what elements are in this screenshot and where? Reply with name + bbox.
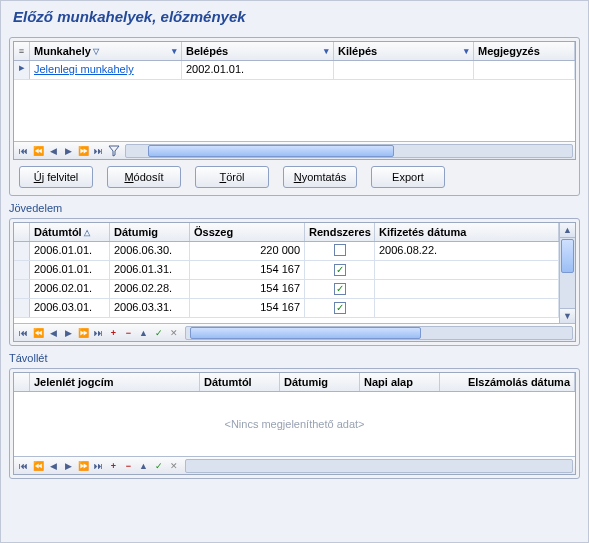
remove-icon[interactable]: − bbox=[121, 458, 136, 473]
col-settle-label: Elszámolás dátuma bbox=[468, 376, 570, 388]
cell-note[interactable] bbox=[474, 61, 575, 79]
cell-to[interactable]: 2006.01.31. bbox=[110, 261, 190, 279]
sort-asc-icon: △ bbox=[84, 228, 90, 237]
add-icon[interactable]: + bbox=[106, 325, 121, 340]
cell-from[interactable]: 2006.03.01. bbox=[30, 299, 110, 317]
nav-prev-icon[interactable]: ◀ bbox=[46, 458, 61, 473]
nav-next-icon[interactable]: ▶ bbox=[61, 143, 76, 158]
hscrollbar[interactable] bbox=[185, 326, 573, 340]
nav-prevpage-icon[interactable]: ⏪ bbox=[31, 458, 46, 473]
nav-first-icon[interactable]: ⏮ bbox=[16, 325, 31, 340]
filter-dropdown-icon[interactable]: ▾ bbox=[464, 46, 469, 56]
col-from[interactable]: Dátumtól △ bbox=[30, 223, 110, 241]
cancel-icon[interactable]: ✕ bbox=[166, 458, 181, 473]
nav-next-icon[interactable]: ▶ bbox=[61, 325, 76, 340]
col-reg-label: Rendszeres bbox=[309, 226, 371, 238]
delete-button[interactable]: Töröl bbox=[195, 166, 269, 188]
scroll-thumb[interactable] bbox=[148, 145, 393, 157]
remove-icon[interactable]: − bbox=[121, 325, 136, 340]
cell-sum[interactable]: 220 000 bbox=[190, 242, 305, 260]
nav-nextpage-icon[interactable]: ⏩ bbox=[76, 458, 91, 473]
col-end[interactable]: Kilépés ▾ bbox=[334, 42, 474, 60]
cell-reg[interactable]: ✓ bbox=[305, 261, 375, 279]
cell-workplace-name[interactable]: Jelenlegi munkahely bbox=[30, 61, 182, 79]
cell-start[interactable]: 2002.01.01. bbox=[182, 61, 334, 79]
col-from2[interactable]: Dátumtól bbox=[200, 373, 280, 391]
table-row[interactable]: ▸ Jelenlegi munkahely 2002.01.01. bbox=[14, 61, 575, 80]
nav-nextpage-icon[interactable]: ⏩ bbox=[76, 325, 91, 340]
nav-prevpage-icon[interactable]: ⏪ bbox=[31, 143, 46, 158]
vscrollbar[interactable]: ▲ ▼ bbox=[559, 223, 575, 323]
col-to[interactable]: Dátumig bbox=[110, 223, 190, 241]
col-note[interactable]: Megjegyzés bbox=[474, 42, 575, 60]
row-indicator-icon bbox=[14, 280, 30, 298]
nav-prev-icon[interactable]: ◀ bbox=[46, 325, 61, 340]
export-button[interactable]: Export bbox=[371, 166, 445, 188]
cell-reg[interactable]: ✓ bbox=[305, 280, 375, 298]
nav-prevpage-icon[interactable]: ⏪ bbox=[31, 325, 46, 340]
col-sum[interactable]: Összeg bbox=[190, 223, 305, 241]
confirm-icon[interactable]: ✓ bbox=[151, 325, 166, 340]
col-to2[interactable]: Dátumig bbox=[280, 373, 360, 391]
cell-sum[interactable]: 154 167 bbox=[190, 261, 305, 279]
nav-last-icon[interactable]: ⏭ bbox=[91, 143, 106, 158]
col-paid[interactable]: Kifizetés dátuma bbox=[375, 223, 559, 241]
cell-to[interactable]: 2006.03.31. bbox=[110, 299, 190, 317]
table-row[interactable]: 2006.03.01.2006.03.31.154 167✓ bbox=[14, 299, 559, 318]
add-icon[interactable]: + bbox=[106, 458, 121, 473]
cell-paid[interactable] bbox=[375, 299, 559, 317]
confirm-icon[interactable]: ✓ bbox=[151, 458, 166, 473]
print-button[interactable]: Nyomtatás bbox=[283, 166, 357, 188]
cell-to[interactable]: 2006.02.28. bbox=[110, 280, 190, 298]
nav-first-icon[interactable]: ⏮ bbox=[16, 143, 31, 158]
scroll-up-icon[interactable]: ▲ bbox=[560, 223, 575, 238]
new-button[interactable]: Új felvitel bbox=[19, 166, 93, 188]
col-settle[interactable]: Elszámolás dátuma bbox=[440, 373, 575, 391]
checkbox-icon[interactable]: ✓ bbox=[334, 302, 346, 314]
cell-to[interactable]: 2006.06.30. bbox=[110, 242, 190, 260]
checkbox-icon[interactable] bbox=[334, 244, 346, 256]
checkbox-icon[interactable]: ✓ bbox=[334, 283, 346, 295]
filter-dropdown-icon[interactable]: ▾ bbox=[324, 46, 329, 56]
hscrollbar[interactable] bbox=[125, 144, 573, 158]
nav-prev-icon[interactable]: ◀ bbox=[46, 143, 61, 158]
cell-paid[interactable] bbox=[375, 280, 559, 298]
filter-dropdown-icon[interactable]: ▾ bbox=[172, 46, 177, 56]
scroll-thumb[interactable] bbox=[190, 327, 422, 339]
cell-from[interactable]: 2006.01.01. bbox=[30, 261, 110, 279]
col-from2-label: Dátumtól bbox=[204, 376, 252, 388]
edit-icon[interactable]: ▲ bbox=[136, 458, 151, 473]
cell-sum[interactable]: 154 167 bbox=[190, 299, 305, 317]
cell-paid[interactable] bbox=[375, 261, 559, 279]
cancel-icon[interactable]: ✕ bbox=[166, 325, 181, 340]
sort-desc-icon: ▽ bbox=[93, 47, 99, 56]
cell-paid[interactable]: 2006.08.22. bbox=[375, 242, 559, 260]
modify-button[interactable]: Módosít bbox=[107, 166, 181, 188]
cell-reg[interactable]: ✓ bbox=[305, 299, 375, 317]
table-row[interactable]: 2006.01.01.2006.06.30.220 0002006.08.22. bbox=[14, 242, 559, 261]
col-reg[interactable]: Rendszeres bbox=[305, 223, 375, 241]
scroll-down-icon[interactable]: ▼ bbox=[560, 308, 575, 323]
cell-from[interactable]: 2006.01.01. bbox=[30, 242, 110, 260]
col-daily[interactable]: Napi alap bbox=[360, 373, 440, 391]
cell-sum[interactable]: 154 167 bbox=[190, 280, 305, 298]
col-workplace[interactable]: Munkahely ▽ ▾ bbox=[30, 42, 182, 60]
nav-first-icon[interactable]: ⏮ bbox=[16, 458, 31, 473]
nav-last-icon[interactable]: ⏭ bbox=[91, 325, 106, 340]
nav-nextpage-icon[interactable]: ⏩ bbox=[76, 143, 91, 158]
checkbox-icon[interactable]: ✓ bbox=[334, 264, 346, 276]
edit-icon[interactable]: ▲ bbox=[136, 325, 151, 340]
table-row[interactable]: 2006.02.01.2006.02.28.154 167✓ bbox=[14, 280, 559, 299]
cell-from[interactable]: 2006.02.01. bbox=[30, 280, 110, 298]
cell-end[interactable] bbox=[334, 61, 474, 79]
nav-next-icon[interactable]: ▶ bbox=[61, 458, 76, 473]
hscrollbar[interactable] bbox=[185, 459, 573, 473]
cell-reg[interactable] bbox=[305, 242, 375, 260]
nav-last-icon[interactable]: ⏭ bbox=[91, 458, 106, 473]
col-title[interactable]: Jelenlét jogcím bbox=[30, 373, 200, 391]
filter-icon[interactable] bbox=[106, 143, 121, 158]
table-row[interactable]: 2006.01.01.2006.01.31.154 167✓ bbox=[14, 261, 559, 280]
col-start[interactable]: Belépés ▾ bbox=[182, 42, 334, 60]
absence-grid: Jelenlét jogcím Dátumtól Dátumig Napi al… bbox=[13, 372, 576, 475]
scroll-thumb[interactable] bbox=[561, 239, 574, 273]
